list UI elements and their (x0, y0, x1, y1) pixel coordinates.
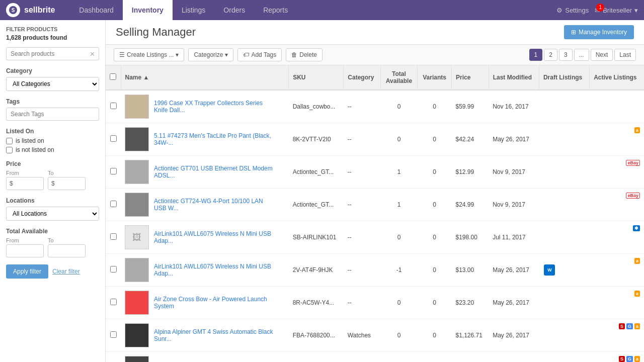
products-count: 1,628 products found (6, 34, 99, 41)
delete-button[interactable]: 🗑 Delete (286, 48, 323, 61)
draft-listings-cell (539, 319, 589, 352)
category-header[interactable]: Category (344, 65, 380, 90)
product-name[interactable]: Actiontec GT701 USB Ethernet DSL Modem A… (154, 165, 275, 179)
product-image (125, 258, 149, 282)
tags-input[interactable] (6, 108, 99, 121)
next-button[interactable]: Next (591, 49, 613, 61)
price-section: Price From $ To $ (6, 160, 99, 190)
create-listings-button[interactable]: ☰ Create Listings ... ▾ (114, 48, 184, 61)
is-listed-on-option[interactable]: is listed on (6, 137, 99, 144)
product-name[interactable]: 1996 Case XX Trapper Collectors Series K… (154, 100, 275, 114)
is-listed-on-checkbox[interactable] (6, 138, 13, 144)
sku-header[interactable]: SKU (289, 65, 344, 90)
name-header[interactable]: Name ▲ (121, 65, 289, 90)
total-from-input[interactable] (6, 244, 44, 257)
draft-listings-header[interactable]: Draft Listings (539, 65, 589, 90)
category-cell: Watches (344, 352, 380, 363)
price-header[interactable]: Price (451, 65, 489, 90)
product-cell: 1996 Case XX Trapper Collectors Series K… (125, 95, 285, 119)
last-modified-cell: May 26, 2017 (489, 254, 539, 287)
sears-badge: S (619, 356, 625, 362)
row-checkbox[interactable] (110, 201, 117, 207)
categorize-button[interactable]: Categorize ▾ (188, 48, 233, 61)
search-input[interactable] (6, 47, 99, 60)
row-checkbox[interactable] (110, 103, 117, 109)
product-name[interactable]: Actiontec GT724-WG 4-Port 10/100 LAN USB… (154, 198, 275, 212)
sku-cell: Dallas_cowbo... (289, 90, 344, 123)
category-select[interactable]: All Categories (6, 77, 99, 91)
row-checkbox[interactable] (110, 233, 117, 240)
username-label: Briteseller (603, 7, 632, 14)
product-name[interactable]: 5.11 #74273 Men's TacLite Pro Pant (Blac… (154, 132, 275, 146)
category-cell: -- (344, 189, 380, 221)
ebay-badge: eBay (626, 193, 640, 199)
product-name[interactable]: AirLink101 AWLL6075 Wireless N Mini USB … (154, 230, 275, 244)
manage-inventory-button[interactable]: ⊞ Manage Inventory (564, 25, 634, 39)
product-name[interactable]: AirLink101 AWLL6075 Wireless N Mini USB … (154, 263, 275, 277)
sku-cell: SB-AIRLINK101 (289, 221, 344, 254)
toolbar: ☰ Create Listings ... ▾ Categorize ▾ 🏷 A… (106, 45, 644, 65)
variants-header[interactable]: Variants (418, 65, 452, 90)
product-cell: Actiontec GT724-WG 4-Port 10/100 LAN USB… (125, 193, 285, 217)
variants-cell: 0 (418, 221, 452, 254)
settings-button[interactable]: ⚙ Settings (556, 7, 589, 14)
user-menu[interactable]: ✉ 1 Briteseller ▾ (595, 7, 638, 14)
category-cell: -- (344, 287, 380, 319)
active-listings-cell: eBay (590, 156, 644, 170)
active-listings-cell: a (590, 287, 644, 301)
locations-select[interactable]: All Locations (6, 207, 99, 221)
active-listings-header[interactable]: Active Listings (590, 65, 644, 90)
page-3-button[interactable]: 3 (559, 49, 573, 61)
sku-cell: FBA-7688200... (289, 319, 344, 352)
variants-cell: 0 (418, 90, 452, 123)
search-clear-icon[interactable]: ✕ (90, 50, 95, 58)
logo-icon: S (6, 3, 20, 17)
nav-inventory[interactable]: Inventory (123, 0, 173, 20)
product-image (125, 291, 149, 315)
variants-cell: 0 (418, 123, 452, 156)
nav-reports[interactable]: Reports (254, 0, 297, 20)
gear-icon: ⚙ (556, 7, 562, 14)
select-all-checkbox[interactable] (110, 73, 116, 80)
last-modified-header[interactable]: Last Modified (489, 65, 539, 90)
price-cell: $23.20 (451, 287, 489, 319)
nav-orders[interactable]: Orders (214, 0, 254, 20)
product-name[interactable]: Air Zone Cross Bow - Air Powered Launch … (154, 296, 275, 310)
apply-filter-button[interactable]: Apply filter (6, 264, 48, 279)
logo-svg: S (9, 6, 18, 15)
product-name[interactable]: Alpina Alpiner GMT 4 Swiss Automatic Bla… (154, 328, 275, 342)
page-1-button[interactable]: 1 (529, 49, 543, 61)
navbar: S sellbrite Dashboard Inventory Listings… (0, 0, 644, 20)
add-tags-button[interactable]: 🏷 Add Tags (237, 48, 282, 61)
row-checkbox[interactable] (110, 299, 117, 305)
product-cell: Actiontec GT701 USB Ethernet DSL Modem A… (125, 160, 285, 184)
nav-listings[interactable]: Listings (173, 0, 214, 20)
total-available-header[interactable]: TotalAvailable (380, 65, 418, 90)
variants-cell: 0 (418, 189, 452, 221)
product-image (125, 323, 149, 347)
is-not-listed-on-checkbox[interactable] (6, 147, 13, 153)
active-listings-cell: ✱ (590, 221, 644, 235)
row-checkbox[interactable] (110, 266, 117, 273)
sidebar-title: FILTER PRODUCTS (6, 26, 99, 32)
variants-cell: 0 (418, 287, 452, 319)
is-not-listed-on-text: is not listed on (16, 146, 54, 153)
category-cell: -- (344, 254, 380, 287)
total-available-row: From To (6, 237, 99, 257)
notification-badge: 1 (596, 4, 604, 12)
last-button[interactable]: Last (614, 49, 636, 61)
row-checkbox[interactable] (110, 135, 117, 142)
clear-filter-button[interactable]: Clear filter (52, 264, 80, 279)
page-ellipsis[interactable]: ... (574, 49, 589, 61)
is-not-listed-on-option[interactable]: is not listed on (6, 146, 99, 153)
table-row: Alpina Alpiner GMT 4 Swiss Automatic Men… (106, 352, 644, 363)
nav-dashboard[interactable]: Dashboard (70, 0, 123, 20)
row-checkbox[interactable] (110, 331, 117, 338)
total-available-cell: 0 (380, 319, 418, 352)
row-checkbox[interactable] (110, 168, 117, 174)
draft-listings-cell (539, 156, 589, 189)
draft-badge: W (544, 264, 555, 276)
last-modified-cell: Jul 11, 2017 (489, 221, 539, 254)
total-to-input[interactable] (48, 244, 86, 257)
page-2-button[interactable]: 2 (544, 49, 557, 61)
